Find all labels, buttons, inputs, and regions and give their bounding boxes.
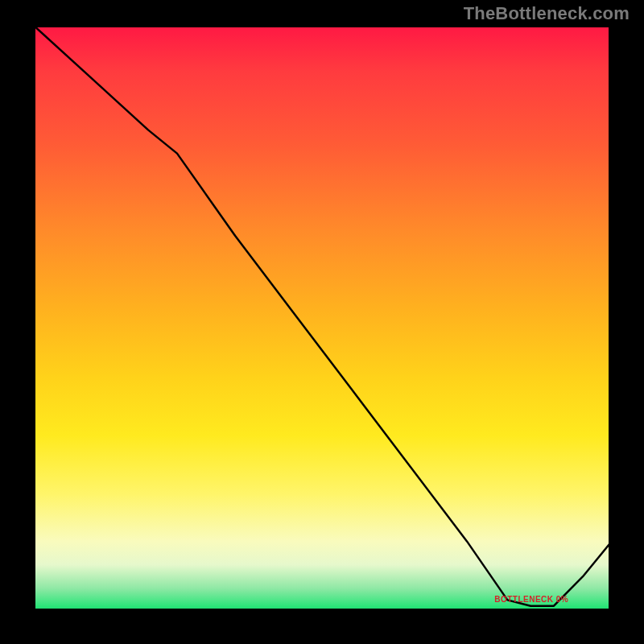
plot-gradient-area <box>32 24 612 612</box>
chart-frame: TheBottleneck.com BOTTLENECK 0% <box>0 0 644 644</box>
watermark-text: TheBottleneck.com <box>464 3 630 24</box>
bottleneck-zero-label: BOTTLENECK 0% <box>494 595 568 604</box>
